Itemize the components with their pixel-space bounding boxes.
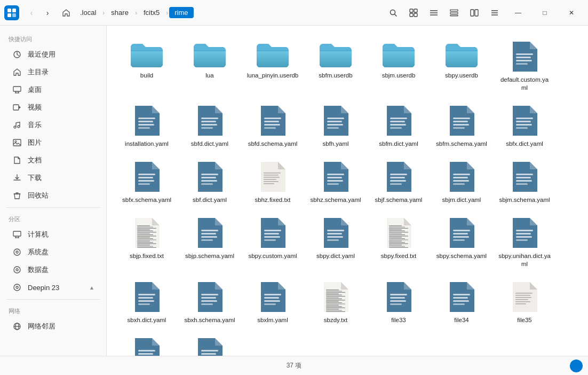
file-item[interactable]: sbpy.fixed.txt	[369, 213, 428, 272]
svg-rect-8	[410, 13, 413, 17]
file-name: sbfx.schema.yaml	[122, 196, 171, 204]
maximize-button[interactable]: □	[533, 4, 557, 21]
sidebar-item-network[interactable]: 网络邻居	[3, 318, 103, 335]
svg-rect-138	[389, 226, 405, 227]
svg-rect-47	[516, 60, 532, 61]
svg-rect-206	[515, 303, 526, 304]
svg-rect-212	[201, 353, 216, 355]
split-view-button[interactable]	[465, 5, 483, 21]
close-button[interactable]: ✕	[559, 4, 584, 21]
breadcrumb-rime[interactable]: rime	[169, 7, 193, 18]
svg-rect-198	[453, 297, 468, 299]
detail-view-button[interactable]	[445, 5, 463, 21]
sidebar-item-documents[interactable]: 文档	[3, 152, 103, 169]
file-item[interactable]: sbjm.userdb	[369, 36, 428, 96]
svg-rect-46	[516, 57, 531, 58]
file-item[interactable]: sbhz.schema.yaml	[306, 157, 365, 208]
breadcrumb-share[interactable]: share	[106, 7, 134, 18]
svg-rect-61	[327, 118, 344, 119]
sidebar-item-system-disk[interactable]: 系统盘	[3, 244, 103, 261]
file-item[interactable]: sbfm.userdb	[306, 36, 365, 96]
svg-rect-64	[327, 127, 339, 129]
file-item[interactable]: luna_pinyin.userdb	[243, 36, 302, 96]
svg-rect-63	[327, 124, 343, 126]
sidebar-item-data-disk[interactable]: 数据盘	[3, 261, 103, 278]
file-item[interactable]: sbf.dict.yaml	[180, 157, 239, 208]
file-name: sbfh.yaml	[322, 140, 348, 148]
statusbar: 37 项	[0, 356, 588, 375]
list-view-button[interactable]	[425, 5, 443, 21]
svg-rect-124	[137, 247, 156, 248]
file-item[interactable]: sbpy.schema.yaml	[432, 213, 491, 272]
search-button[interactable]	[384, 5, 402, 21]
sidebar-item-deepin[interactable]: Deepin 23 ▲	[3, 279, 103, 296]
file-item[interactable]: file35	[495, 277, 554, 329]
breadcrumb-local[interactable]: .local	[75, 7, 101, 18]
file-item[interactable]: sbpy.userdb	[432, 36, 491, 96]
file-item[interactable]: sbjp.fixed.txt	[117, 213, 176, 272]
grid-view-button[interactable]	[404, 5, 423, 21]
file-item[interactable]: sbjm.schema.yaml	[495, 157, 554, 208]
file-item[interactable]: sbfd.dict.yaml	[180, 100, 239, 152]
file-item[interactable]: sbfm.schema.yaml	[432, 100, 491, 152]
back-button[interactable]: ‹	[23, 5, 39, 21]
file-item[interactable]: file36	[117, 333, 176, 356]
svg-rect-15	[450, 15, 458, 16]
file-item[interactable]: file37	[180, 333, 239, 356]
folder-icon	[193, 41, 227, 68]
svg-line-5	[395, 14, 397, 16]
file-item[interactable]: sbzdy.txt	[306, 277, 365, 329]
file-item[interactable]: sbjf.schema.yaml	[369, 157, 428, 208]
sidebar-item-video[interactable]: 视频	[3, 99, 103, 116]
forward-button[interactable]: ›	[39, 5, 55, 21]
file-item[interactable]: sbjm.dict.yaml	[432, 157, 491, 208]
menu-button[interactable]	[486, 5, 504, 21]
file-item[interactable]: sbfm.dict.yaml	[369, 100, 428, 152]
file-name: sbfd.schema.yaml	[248, 140, 298, 148]
file-item[interactable]: sbpy.custom.yaml	[243, 213, 302, 272]
file-name: sbjp.schema.yaml	[185, 252, 234, 260]
sidebar-item-home[interactable]: 主目录	[3, 64, 103, 81]
file-item[interactable]: sbxh.dict.yaml	[117, 277, 176, 329]
sidebar-item-desktop[interactable]: 桌面	[3, 81, 103, 98]
file-item[interactable]: sbjp.schema.yaml	[180, 213, 239, 272]
sidebar-item-music[interactable]: 音乐	[3, 116, 103, 134]
svg-rect-105	[516, 180, 532, 182]
svg-rect-83	[201, 180, 217, 182]
file-item[interactable]: lua	[180, 36, 239, 96]
file-item[interactable]: sbpy.dict.yaml	[306, 213, 365, 272]
file-item[interactable]: sbfd.schema.yaml	[243, 100, 302, 152]
file-item[interactable]: file34	[432, 277, 491, 329]
minimize-button[interactable]: —	[506, 4, 530, 21]
file-item[interactable]: sbfh.yaml	[306, 100, 365, 152]
svg-rect-114	[137, 235, 153, 235]
sidebar-item-computer[interactable]: 计算机	[3, 226, 103, 243]
home-breadcrumb[interactable]	[59, 5, 74, 20]
svg-rect-1	[12, 9, 16, 12]
file-item[interactable]: default.custom.yaml	[495, 36, 554, 96]
file-item[interactable]: sbxh.schema.yaml	[180, 277, 239, 329]
file-item[interactable]: sbfx.dict.yaml	[495, 100, 554, 152]
svg-rect-136	[327, 239, 339, 241]
svg-rect-72	[453, 127, 465, 129]
breadcrumb-fcitx5[interactable]: fcitx5	[138, 7, 165, 18]
sidebar-item-recent[interactable]: 最近使用	[3, 46, 103, 63]
doc-icon	[511, 41, 538, 73]
sidebar-item-downloads[interactable]: 下载	[3, 169, 103, 186]
file-item[interactable]: sbpy.unihan.dict.yaml	[495, 213, 554, 272]
svg-rect-204	[515, 299, 528, 300]
file-item[interactable]: sbxlm.yaml	[243, 277, 302, 329]
svg-rect-194	[390, 297, 405, 299]
file-item[interactable]: installation.yaml	[117, 100, 176, 152]
svg-rect-108	[137, 226, 153, 227]
file-name: sbfx.dict.yaml	[506, 140, 543, 148]
sidebar-item-pictures[interactable]: 图片	[3, 134, 103, 151]
svg-rect-175	[326, 290, 339, 290]
file-item[interactable]: build	[117, 36, 176, 96]
sidebar-item-downloads-label: 下载	[28, 173, 42, 183]
sidebar-item-music-label: 音乐	[28, 120, 42, 130]
file-item[interactable]: file33	[369, 277, 428, 329]
file-item[interactable]: sbfx.schema.yaml	[117, 157, 176, 208]
file-item[interactable]: sbhz.fixed.txt	[243, 157, 302, 208]
sidebar-item-trash[interactable]: 回收站	[3, 187, 103, 204]
